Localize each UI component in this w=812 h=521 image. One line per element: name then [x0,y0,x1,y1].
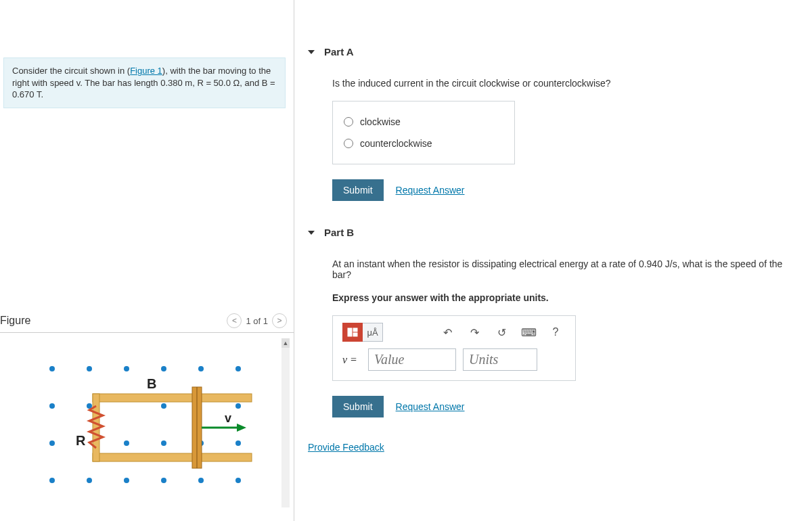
radio-clockwise[interactable] [344,117,353,127]
figure-panel: Figure < 1 of 1 > ▲ [0,309,294,507]
reset-icon[interactable]: ↺ [491,323,512,342]
answer-toolbar: μÅ ↶ ↷ ↺ ⌨ ? [342,323,566,348]
part-a-question: Is the induced current in the circuit cl… [332,78,798,89]
pager-label: 1 of 1 [246,316,268,326]
svg-point-18 [161,478,166,483]
svg-point-9 [235,403,241,409]
svg-marker-27 [237,424,246,432]
option-clockwise-label: clockwise [360,116,401,127]
label-v: v [225,411,231,425]
value-input[interactable] [368,348,456,371]
part-b-label: Part B [324,227,354,238]
help-icon[interactable]: ? [545,323,566,342]
option-counterclockwise[interactable]: counterclockwise [333,133,514,154]
part-a-submit-button[interactable]: Submit [332,179,384,201]
undo-icon[interactable]: ↶ [437,323,457,342]
option-counterclockwise-label: counterclockwise [360,138,432,149]
caret-down-icon [308,231,315,235]
svg-point-2 [124,366,129,371]
figure-scrollbar[interactable]: ▲ [281,338,290,507]
scroll-up-icon[interactable]: ▲ [281,338,290,348]
part-b-submit-button[interactable]: Submit [332,396,384,417]
svg-point-3 [161,366,166,371]
problem-text-pre: Consider the circuit shown in ( [12,66,130,76]
units-symbol-button[interactable]: μÅ [363,323,383,342]
option-clockwise[interactable]: clockwise [333,111,514,133]
svg-point-6 [49,403,55,409]
pager-prev-button[interactable]: < [227,313,242,328]
svg-point-4 [198,366,204,371]
svg-point-12 [161,440,166,446]
caret-down-icon [308,50,315,54]
svg-point-10 [49,440,55,446]
problem-statement: Consider the circuit shown in (Figure 1)… [3,58,286,108]
figure-link[interactable]: Figure 1 [130,66,162,76]
template-icon[interactable] [342,323,363,342]
svg-point-1 [87,366,92,371]
redo-icon[interactable]: ↷ [464,323,484,342]
svg-rect-29 [353,328,357,332]
units-input[interactable] [463,348,537,371]
provide-feedback-link[interactable]: Provide Feedback [308,442,384,453]
svg-rect-28 [348,328,352,336]
label-R: R [76,433,86,448]
keyboard-icon[interactable]: ⌨ [518,323,539,342]
part-b-question: At an instant when the resistor is dissi… [332,258,798,280]
part-a-request-answer-link[interactable]: Request Answer [396,185,465,196]
svg-point-5 [235,366,241,371]
part-b-answer-box: μÅ ↶ ↷ ↺ ⌨ ? v = [332,315,576,381]
part-a-header[interactable]: Part A [308,34,798,68]
variable-label: v = [342,354,361,366]
svg-point-14 [235,440,241,446]
svg-rect-30 [353,333,357,336]
figure-title: Figure [0,315,30,327]
svg-point-8 [161,403,166,409]
svg-point-17 [124,478,129,483]
part-a-options: clockwise counterclockwise [332,101,515,164]
figure-image: ▲ [0,338,294,507]
svg-point-20 [235,478,241,483]
part-b-request-answer-link[interactable]: Request Answer [396,401,465,412]
part-b-header[interactable]: Part B [308,214,798,249]
svg-point-0 [49,366,55,371]
svg-point-19 [198,478,204,483]
label-B: B [147,376,156,391]
svg-point-15 [49,478,55,483]
figure-pager: < 1 of 1 > [227,313,287,328]
svg-point-16 [87,478,92,483]
radio-counterclockwise[interactable] [344,139,353,148]
svg-rect-21 [93,394,252,402]
part-b-instruction: Express your answer with the appropriate… [332,292,798,303]
svg-point-11 [124,440,129,446]
pager-next-button[interactable]: > [272,313,287,328]
part-a-label: Part A [324,46,354,58]
svg-rect-22 [93,453,252,461]
